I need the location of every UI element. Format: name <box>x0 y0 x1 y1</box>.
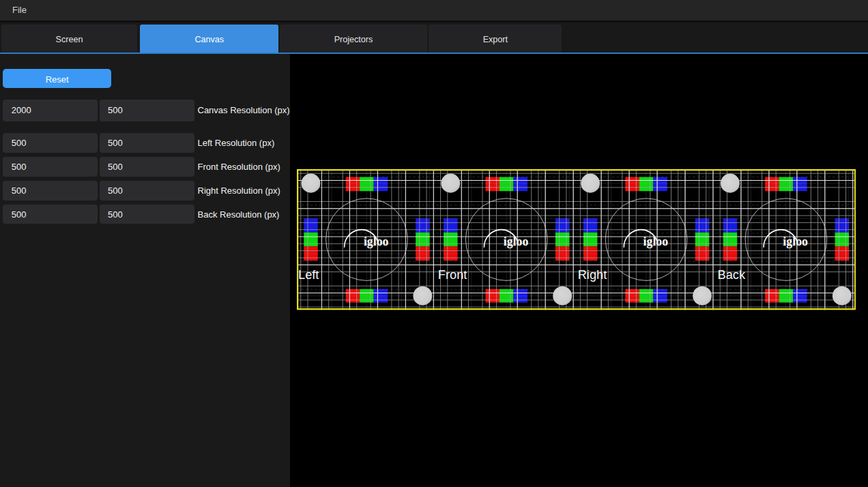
svg-text:Right: Right <box>577 267 607 282</box>
svg-text:Front: Front <box>437 267 467 282</box>
svg-text:Left: Left <box>298 267 319 282</box>
svg-text:Back: Back <box>717 267 745 282</box>
